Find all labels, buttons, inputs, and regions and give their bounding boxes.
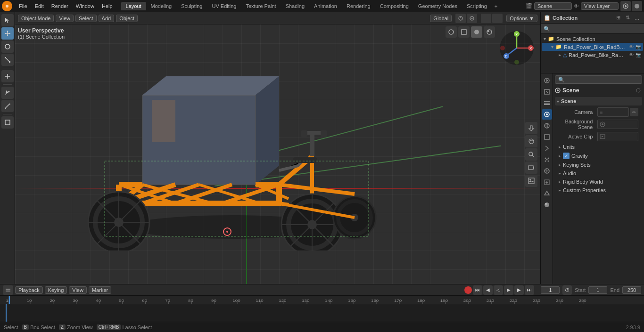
- visibility-eye-1[interactable]: 👁: [629, 44, 634, 49]
- move-tool[interactable]: [1, 27, 14, 40]
- background-scene-selector[interactable]: [597, 120, 638, 129]
- menu-edit[interactable]: Edit: [31, 2, 48, 10]
- outliner-item-bike-mesh[interactable]: ▸ △ Rad_Power_Bike_RadBu 👁 📷: [542, 51, 643, 59]
- add-cube-tool[interactable]: [1, 116, 14, 129]
- mode-selector[interactable]: Object Mode: [18, 15, 54, 22]
- viewport-view-menu[interactable]: View: [56, 15, 74, 22]
- outliner-item-bike-collection[interactable]: ▾ 📁 Rad_Power_Bike_RadBurro_v 👁 📷: [542, 43, 643, 51]
- record-button[interactable]: [464, 286, 472, 294]
- tab-layout[interactable]: Layout: [121, 2, 146, 10]
- keying-menu[interactable]: Keying: [45, 286, 67, 294]
- camera-selector[interactable]: ■: [597, 107, 629, 117]
- timeline-keyframe-area[interactable]: [0, 304, 644, 322]
- timeline-editor-icon[interactable]: [3, 285, 13, 295]
- viewport-pan-tool[interactable]: [525, 122, 537, 134]
- props-scene-icon[interactable]: [542, 109, 552, 120]
- graph-display[interactable]: [481, 14, 491, 23]
- rigid-body-header[interactable]: ▸ Rigid Body World: [555, 178, 642, 186]
- view-layer-selector[interactable]: [581, 2, 619, 10]
- tab-shading[interactable]: Shading: [281, 2, 309, 10]
- camera-eyedrop-btn[interactable]: ✏: [630, 108, 638, 116]
- viewport-add-menu[interactable]: Add: [99, 15, 115, 22]
- render-button[interactable]: [620, 1, 631, 11]
- axis-gizmo[interactable]: Y X Z: [498, 29, 536, 67]
- outliner-sort-btn[interactable]: ⇅: [623, 14, 632, 22]
- viewport-shading-solid-btn[interactable]: [471, 26, 482, 38]
- jump-start-btn[interactable]: ⏮: [473, 285, 482, 295]
- add-workspace-button[interactable]: +: [492, 2, 500, 10]
- scene-selector[interactable]: [534, 2, 572, 10]
- rotate-tool[interactable]: [1, 40, 14, 53]
- play-btn[interactable]: ▶: [504, 285, 513, 295]
- props-object-icon[interactable]: [542, 132, 552, 142]
- tab-scripting[interactable]: Scripting: [462, 2, 492, 10]
- active-clip-selector[interactable]: [597, 132, 638, 141]
- visibility-eye-2[interactable]: 👁: [629, 52, 634, 57]
- viewport-zoom-tool[interactable]: [525, 148, 537, 161]
- gravity-section-header[interactable]: ▸ ✓ Gravity: [555, 152, 642, 160]
- menu-file[interactable]: File: [15, 2, 31, 10]
- outliner-item-collection[interactable]: ▾ 📁 Scene Collection: [542, 35, 643, 43]
- viewport-shading-material-btn[interactable]: [484, 26, 495, 38]
- scene-props-pin[interactable]: [635, 87, 642, 94]
- tab-rendering[interactable]: Rendering: [342, 2, 375, 10]
- menu-help[interactable]: Help: [98, 2, 116, 10]
- transform-orientation[interactable]: Global: [430, 15, 452, 22]
- viewport-shading-button[interactable]: [632, 1, 642, 11]
- audio-section-header[interactable]: ▸ Audio: [555, 170, 642, 177]
- start-frame-input[interactable]: [588, 286, 607, 294]
- props-material-icon[interactable]: [542, 200, 552, 210]
- menu-window[interactable]: Window: [72, 2, 98, 10]
- annotate-tool[interactable]: [1, 87, 14, 99]
- marker-menu[interactable]: Marker: [89, 286, 111, 294]
- props-view-layer-icon[interactable]: [542, 98, 552, 108]
- viewport-orbit-tool[interactable]: [525, 135, 537, 147]
- custom-props-header[interactable]: ▸ Custom Properties: [555, 186, 642, 194]
- tab-animation[interactable]: Animation: [309, 2, 342, 10]
- viewport-mode-btn-2[interactable]: [458, 26, 470, 38]
- render-camera-1[interactable]: 📷: [636, 44, 641, 49]
- viewport-camera-view[interactable]: [525, 162, 537, 174]
- scale-tool[interactable]: [1, 54, 14, 66]
- units-section-header[interactable]: ▸ Units: [555, 143, 642, 151]
- properties-search-input[interactable]: [555, 75, 642, 84]
- proportional-toggle[interactable]: [467, 14, 477, 23]
- render-camera-2[interactable]: 📷: [636, 52, 641, 57]
- props-render-icon[interactable]: [542, 75, 552, 86]
- keying-sets-header[interactable]: ▸ Keying Sets: [555, 161, 642, 169]
- reverse-play-btn[interactable]: ◁: [494, 285, 503, 295]
- outliner-filter-btn[interactable]: ⊞: [614, 14, 622, 22]
- viewport-object-menu[interactable]: Object: [116, 15, 138, 22]
- props-physics-icon[interactable]: [542, 166, 552, 176]
- props-world-icon[interactable]: [542, 121, 552, 131]
- frame-clock-btn[interactable]: ⏱: [562, 285, 572, 295]
- viewport-image-btn[interactable]: [525, 175, 537, 187]
- viewport-select-menu[interactable]: Select: [75, 15, 97, 22]
- transform-tool[interactable]: [1, 70, 14, 82]
- tab-sculpting[interactable]: Sculpting: [176, 2, 207, 10]
- tab-modeling[interactable]: Modeling: [146, 2, 177, 10]
- scene-section-header[interactable]: ▾ Scene: [555, 97, 642, 105]
- outliner-search-input[interactable]: [541, 24, 644, 34]
- end-frame-input[interactable]: [622, 286, 641, 294]
- props-particles-icon[interactable]: [542, 154, 552, 165]
- curve-display[interactable]: [492, 14, 503, 23]
- gravity-checkbox[interactable]: ✓: [563, 153, 570, 159]
- tab-compositing[interactable]: Compositing: [375, 2, 413, 10]
- props-modifier-icon[interactable]: [542, 143, 552, 154]
- cursor-tool[interactable]: [1, 14, 14, 26]
- view-menu[interactable]: View: [69, 286, 87, 294]
- props-constraints-icon[interactable]: [542, 177, 552, 187]
- current-frame-input[interactable]: [541, 286, 560, 294]
- options-button[interactable]: Options ▼: [506, 15, 537, 22]
- playback-menu[interactable]: Playback: [15, 286, 43, 294]
- jump-end-btn[interactable]: ⏭: [525, 285, 534, 295]
- props-data-icon[interactable]: [542, 188, 552, 199]
- measure-tool[interactable]: [1, 100, 14, 112]
- menu-render[interactable]: Render: [48, 2, 72, 10]
- next-frame-btn[interactable]: ▶: [514, 285, 524, 295]
- viewport-canvas[interactable]: User Perspective (1) Scene Collection Y …: [15, 24, 540, 284]
- prev-frame-btn[interactable]: ◀: [483, 285, 493, 295]
- snap-toggle[interactable]: [455, 14, 466, 23]
- tab-geometry-nodes[interactable]: Geometry Nodes: [413, 2, 462, 10]
